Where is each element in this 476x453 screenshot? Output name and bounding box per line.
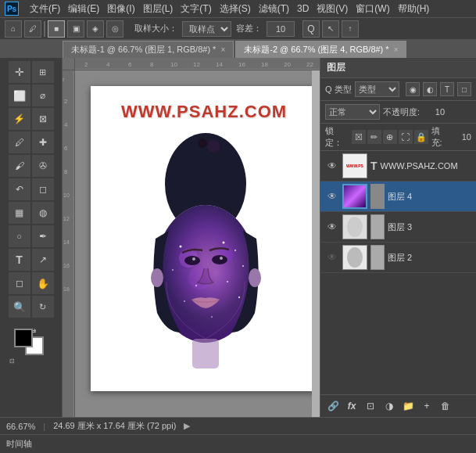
clone-stamp-tool[interactable]: ✇: [32, 155, 54, 177]
delete-layer-icon[interactable]: 🗑: [438, 398, 453, 414]
svg-point-35: [234, 250, 236, 251]
eraser-tool[interactable]: ◻: [32, 178, 54, 200]
face-illustration: [134, 129, 278, 372]
tab-2[interactable]: 未标题-2 @ 66.7% (图层 4, RGB/8#) * ×: [235, 41, 406, 58]
layer-visibility-4[interactable]: 👁: [325, 189, 339, 203]
lock-transparent-btn[interactable]: ☒: [352, 130, 366, 144]
panel-filter-shape-icon[interactable]: □: [457, 82, 471, 96]
status-bar: 66.67% | 24.69 厘米 x 17.64 厘米 (72 ppi) ▶: [0, 417, 476, 434]
menu-bar: Ps 文件(F) 编辑(E) 图像(I) 图层(L) 文字(T) 选择(S) 滤…: [0, 0, 476, 17]
status-divider: |: [43, 422, 45, 431]
menu-text[interactable]: 文字(T): [181, 2, 211, 16]
link-icon[interactable]: 🔗: [325, 398, 341, 414]
panel-filter-adj-icon[interactable]: ◐: [423, 82, 437, 96]
add-mask-icon[interactable]: ⊡: [363, 398, 378, 414]
tab-1[interactable]: 未标题-1 @ 66.7% (图层 1, RGB/8#) * ×: [63, 41, 234, 58]
blur-tool[interactable]: ◍: [32, 202, 54, 224]
type-tool[interactable]: T: [9, 249, 30, 271]
magic-wand-tool[interactable]: ⚡: [9, 108, 30, 130]
eyedropper-tool[interactable]: 🖊: [9, 131, 30, 153]
layer-thumb-text: WWW.PS: [342, 153, 367, 178]
menu-edit[interactable]: 编辑(E): [68, 2, 99, 16]
pen-tool[interactable]: ✒: [32, 225, 54, 247]
tab-2-close[interactable]: ×: [394, 45, 399, 54]
lasso-tool[interactable]: ⌀: [32, 84, 54, 106]
tolerance-input[interactable]: [267, 21, 295, 37]
rotate-view-tool[interactable]: ↻: [32, 296, 54, 318]
pin-icon[interactable]: ◎: [106, 20, 123, 38]
layer-visibility-text[interactable]: 👁: [325, 159, 339, 173]
heal-tool[interactable]: ✚: [32, 131, 54, 153]
adjustments-icon[interactable]: ◑: [381, 398, 397, 414]
svg-text:10: 10: [63, 192, 70, 198]
canvas-document[interactable]: WWW.PSAHZ.COM: [91, 86, 312, 391]
menu-help[interactable]: 帮助(H): [398, 2, 430, 16]
menu-view[interactable]: 视图(V): [317, 2, 348, 16]
hand-tool[interactable]: ✋: [32, 272, 54, 294]
menu-layer[interactable]: 图层(L): [143, 2, 174, 16]
fill-label: 填充:: [431, 125, 449, 149]
new-layer-icon[interactable]: +: [419, 398, 435, 414]
upload-icon[interactable]: ↑: [342, 20, 359, 38]
rect-select-icon[interactable]: ■: [48, 20, 65, 38]
menu-select[interactable]: 选择(S): [220, 2, 251, 16]
lock-artboard-btn[interactable]: ⛶: [399, 130, 413, 144]
lock-paint-btn[interactable]: ✏: [367, 130, 381, 144]
layer-visibility-3[interactable]: 👁: [325, 220, 339, 234]
svg-text:20: 20: [284, 61, 291, 68]
home-icon[interactable]: ⌂: [5, 20, 22, 38]
tab-1-close[interactable]: ×: [220, 45, 225, 54]
layer-item-text[interactable]: 👁 WWW.PS T WWW.PSAHZ.COM: [320, 151, 476, 182]
fill-value: 10: [452, 132, 471, 142]
layer-item-3[interactable]: 👁 图层 3: [320, 212, 476, 243]
svg-text:2: 2: [64, 98, 68, 105]
lock-position-btn[interactable]: ⊕: [383, 130, 397, 144]
dodge-tool[interactable]: ○: [9, 225, 30, 247]
default-colors-icon[interactable]: ⊡: [9, 358, 15, 365]
crop-tool[interactable]: ⊠: [32, 108, 54, 130]
menu-image[interactable]: 图像(I): [107, 2, 134, 16]
svg-text:2: 2: [84, 61, 88, 68]
svg-text:8: 8: [64, 168, 68, 175]
svg-text:16: 16: [63, 263, 70, 268]
q-icon[interactable]: Q: [302, 20, 320, 38]
folder-icon[interactable]: 📁: [400, 398, 416, 414]
svg-text:6: 6: [64, 145, 68, 152]
path-select-tool[interactable]: ↗: [32, 249, 54, 271]
artboard-tool[interactable]: ⊞: [32, 61, 54, 83]
panel-filter-type-icon[interactable]: T: [440, 82, 454, 96]
eyedropper-icon[interactable]: 🖊: [24, 20, 41, 38]
menu-filter[interactable]: 滤镜(T): [259, 2, 289, 16]
move-tool[interactable]: ✛: [9, 61, 30, 83]
svg-point-43: [238, 297, 240, 298]
status-arrow[interactable]: ▶: [184, 421, 190, 431]
panel-filter-pixel-icon[interactable]: ◉: [406, 82, 420, 96]
canvas-content: WWW.PSAHZ.COM: [91, 86, 312, 391]
svg-text:12: 12: [193, 61, 200, 68]
kind-select[interactable]: 类型: [355, 81, 399, 97]
menu-file[interactable]: 文件(F): [30, 2, 60, 16]
menu-window[interactable]: 窗口(W): [356, 2, 389, 16]
layer-item-4[interactable]: 👁 图层 4: [320, 182, 476, 212]
gradient-tool[interactable]: ▦: [9, 202, 30, 224]
marquee-rect-tool[interactable]: ⬜: [9, 84, 30, 106]
swap-colors-icon[interactable]: ⇄: [30, 327, 52, 336]
menu-3d[interactable]: 3D: [297, 3, 309, 14]
layer-visibility-2[interactable]: 👁: [325, 250, 339, 264]
zoom-tool[interactable]: 🔍: [9, 296, 30, 318]
foreground-color-swatch[interactable]: [14, 329, 33, 347]
options-extra-icons: Q ↖ ↑: [302, 20, 359, 38]
fill-icon[interactable]: ▣: [67, 20, 84, 38]
brush-tool[interactable]: 🖌: [9, 155, 30, 177]
sample-select[interactable]: 取样点: [182, 21, 231, 37]
cursor-icon[interactable]: ↖: [322, 20, 339, 38]
layer-item-2[interactable]: 👁 图层 2: [320, 243, 476, 273]
svg-point-50: [192, 257, 195, 261]
fx-label[interactable]: fx: [344, 398, 360, 414]
blend-mode-select[interactable]: 正常: [325, 104, 380, 120]
svg-point-28: [207, 140, 220, 153]
lock-all-btn[interactable]: 🔒: [414, 130, 428, 144]
shape-tool[interactable]: ◻: [9, 272, 30, 294]
history-brush-tool[interactable]: ↶: [9, 178, 30, 200]
magic-wand-icon[interactable]: ◈: [87, 20, 104, 38]
